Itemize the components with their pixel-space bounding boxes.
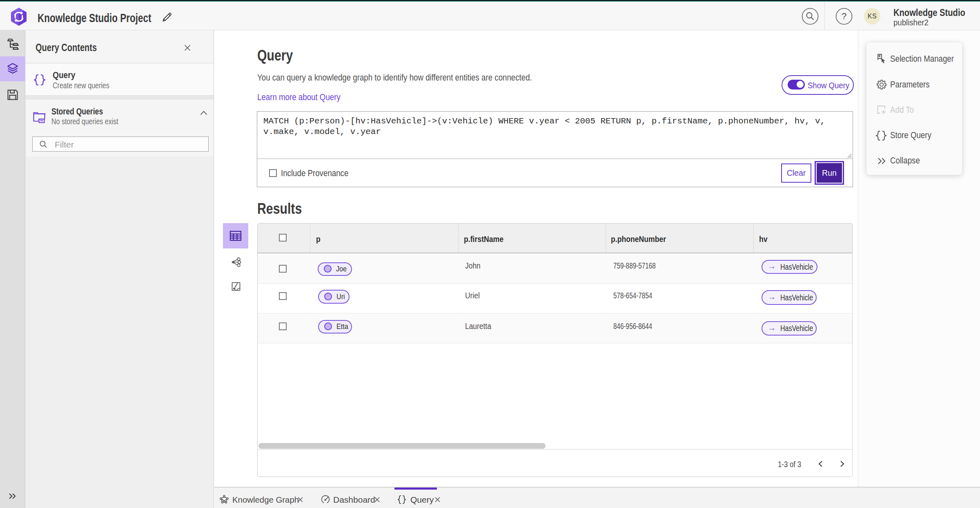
svg-text:?: ? [842,11,846,21]
